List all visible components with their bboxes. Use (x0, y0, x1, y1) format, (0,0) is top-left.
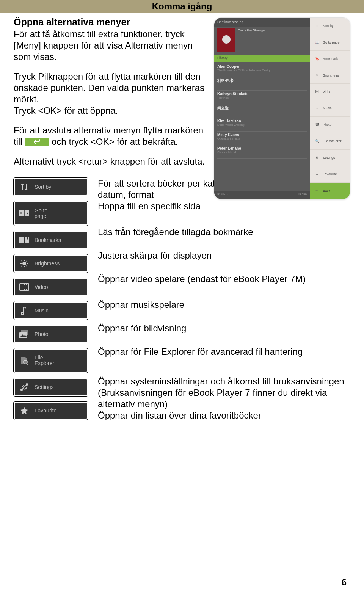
list-item: Alan CooperThe Essentials Of User Interf… (217, 63, 307, 77)
desc-settings: Öppnar systeminställningar och åtkomst t… (98, 376, 350, 410)
btn-bookmarks[interactable]: Bookmarks (14, 231, 88, 249)
menu-favourite[interactable]: ★Favourite (310, 166, 350, 182)
desc-goto: Hoppa till en specifik sida (98, 201, 350, 212)
btn-label: FileExplorer (35, 355, 54, 367)
return-arrow-icon (34, 139, 40, 144)
list-item: Kathryn StockettThe Help (217, 91, 307, 104)
video-icon: 🎞 (313, 88, 321, 96)
sort-icon (19, 181, 30, 193)
btn-label: Settings (35, 384, 54, 390)
favourite-icon (19, 405, 30, 416)
music-icon (19, 305, 30, 316)
section-header-bar: Komma igång (0, 0, 364, 13)
list-item: Kim HarrisonDead Witch Walking (217, 118, 307, 132)
desc-music: Öppnar musikspelare (98, 299, 350, 323)
btn-music[interactable]: Music (14, 301, 88, 320)
btn-label: Video (35, 284, 48, 290)
menu-brightness[interactable]: ☀Brightness (310, 67, 350, 83)
intro-text-column: Öppna alternativa menyer För att få åtko… (14, 17, 207, 167)
svg-point-0 (22, 262, 26, 265)
book-cover (217, 28, 235, 52)
file-explorer-icon (19, 355, 30, 366)
list-item: 阅立造 (217, 104, 307, 118)
sort-icon: ↕ (313, 22, 321, 30)
menu-music[interactable]: ♪Music (310, 100, 350, 116)
device-side-menu: ↕Sort by 📖Go to page 🔖Bookmark ☀Brightne… (310, 18, 350, 199)
menu-explanation-table: Sort by Go topage Bookmarks Brightness V… (14, 178, 350, 421)
music-icon: ♪ (313, 104, 321, 112)
go-page-icon (19, 208, 30, 219)
device-main-area: Continue reading Emily the Strange ··· L… (214, 18, 310, 199)
menu-sort-by[interactable]: ↕Sort by (310, 18, 350, 34)
btn-label: Sort by (35, 184, 51, 190)
btn-file-explorer[interactable]: FileExplorer (14, 348, 88, 373)
btn-label: Photo (35, 331, 49, 337)
btn-goto-page[interactable]: Go topage (14, 201, 88, 226)
paragraph-3: Tryck <OK> för att öppna. (14, 105, 118, 116)
menu-go-page[interactable]: 📖Go to page (310, 34, 350, 50)
photo-icon: 🖼 (313, 121, 321, 129)
menu-back[interactable]: ↩Back (310, 183, 350, 199)
desc-favourite: Öppnar din listan över dina favoritböcke… (98, 410, 350, 421)
photo-icon (19, 328, 30, 340)
btn-label: Favourite (35, 408, 56, 414)
menu-description-column: För att sortera böcker per kategori: Tit… (98, 178, 350, 421)
status-page: 13 / 30 (298, 193, 307, 197)
brightness-icon: ☀ (313, 72, 321, 79)
return-button-inline (25, 138, 49, 146)
library-bar: Library (214, 55, 310, 62)
btn-label: Bookmarks (35, 237, 61, 243)
file-explorer-icon: 🔍 (313, 137, 321, 145)
desc-bookmarks: Läs från föregående tillagda bokmärke (98, 226, 350, 250)
favourite-icon: ★ (313, 170, 321, 178)
menu-bookmark[interactable]: 🔖Bookmark (310, 51, 350, 67)
menu-settings[interactable]: ✖Settings (310, 150, 350, 166)
svg-point-6 (26, 384, 28, 385)
menu-file-explorer[interactable]: 🔍File explorer (310, 133, 350, 149)
section-header-title: Komma igång (152, 1, 212, 12)
status-count: 31 titles (217, 193, 228, 197)
cover-row: Emily the Strange ··· (217, 28, 307, 52)
menu-icon-column: Sort by Go topage Bookmarks Brightness V… (14, 178, 89, 421)
back-icon: ↩ (313, 187, 321, 194)
list-item: 利昂·巴卡 (217, 77, 307, 91)
btn-settings[interactable]: Settings (14, 378, 88, 396)
page-number: 6 (342, 577, 347, 588)
paragraph-5: Alternativt tryck <retur> knappen för at… (14, 156, 207, 167)
go-page-icon: 📖 (313, 39, 321, 46)
continue-reading-bar: Continue reading (214, 18, 310, 27)
page-content: Öppna alternativa menyer För att få åtko… (0, 13, 364, 421)
section-heading: Öppna alternativa menyer (14, 17, 207, 28)
desc-video: Öppnar video spelare (endast för eBook P… (98, 273, 350, 299)
cover-info: Emily the Strange ··· (238, 28, 307, 52)
device-screenshot: Continue reading Emily the Strange ··· L… (214, 17, 350, 199)
menu-video[interactable]: 🎞Video (310, 84, 350, 100)
device-bottom-status: 31 titles 13 / 30 (214, 191, 310, 199)
bookmark-icon: 🔖 (313, 55, 321, 63)
paragraph-1: För att få åtkomst till extra funktioner… (14, 28, 207, 63)
btn-sort-by[interactable]: Sort by (14, 178, 88, 196)
brightness-icon (19, 258, 30, 269)
btn-favourite[interactable]: Favourite (14, 402, 88, 420)
paragraph-2: Tryck Pilknappen för att flytta markören… (14, 71, 204, 104)
list-item: Misty EvansOperation Sheba (217, 132, 307, 145)
btn-label: Brightness (35, 260, 60, 267)
video-icon (19, 281, 30, 293)
bookmark-icon (19, 234, 30, 246)
paragraph-4: För att avsluta alternativ menyn flytta … (14, 125, 207, 147)
desc-file-explorer: Öppnar för File Explorer för avancerad f… (98, 346, 350, 376)
settings-icon (19, 381, 30, 393)
btn-label: Go topage (35, 208, 47, 220)
paragraph-2-3: Tryck Pilknappen för att flytta markören… (14, 71, 207, 116)
btn-photo[interactable]: Photo (14, 325, 88, 343)
list-item: Peter LehaneShutter Island (217, 145, 307, 159)
desc-photo: Öppnar för bildvisning (98, 323, 350, 346)
cover-graphic (222, 35, 231, 44)
btn-video[interactable]: Video (14, 278, 88, 296)
desc-brightness: Justera skärpa för displayen (98, 250, 350, 273)
menu-photo[interactable]: 🖼Photo (310, 117, 350, 133)
paragraph-4b: och tryck <OK> för att bekräfta. (52, 136, 178, 147)
settings-icon: ✖ (313, 154, 321, 162)
svg-point-5 (21, 389, 22, 391)
btn-brightness[interactable]: Brightness (14, 254, 88, 273)
